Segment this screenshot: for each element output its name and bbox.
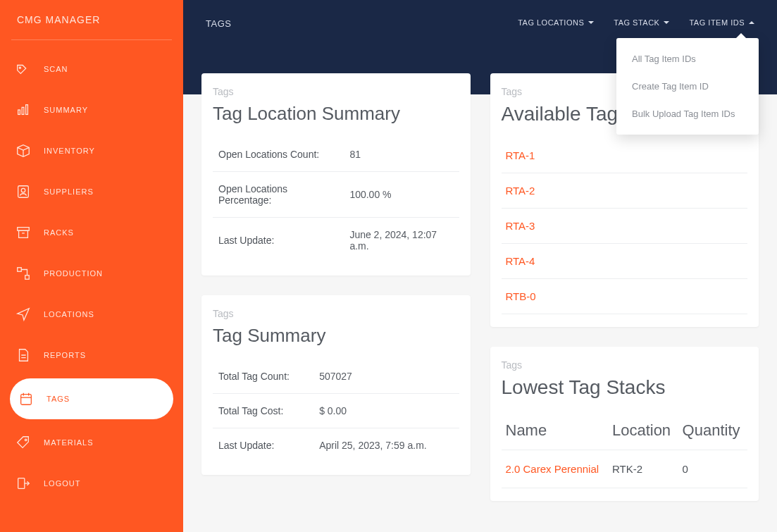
card-eyebrow: Tags bbox=[502, 359, 748, 371]
box-icon bbox=[15, 143, 31, 159]
left-column: Tags Tag Location Summary Open Locations… bbox=[201, 73, 471, 532]
paper-plane-icon bbox=[15, 307, 31, 322]
row-value: $ 0.00 bbox=[313, 394, 459, 428]
table-row: Total Tag Cost: $ 0.00 bbox=[213, 394, 459, 428]
app-title: CMG MANAGER bbox=[0, 14, 183, 39]
sidebar-item-inventory[interactable]: INVENTORY bbox=[0, 130, 183, 171]
col-location: Location bbox=[608, 412, 678, 450]
tag-link[interactable]: RTA-1 bbox=[502, 138, 748, 173]
sidebar-item-label: INVENTORY bbox=[44, 147, 95, 155]
row-value: 100.00 % bbox=[344, 172, 459, 218]
sidebar-item-logout[interactable]: LOGOUT bbox=[0, 463, 183, 504]
menu-label: TAG ITEM IDS bbox=[689, 18, 745, 27]
row-value: June 2, 2024, 12:07 a.m. bbox=[344, 218, 459, 264]
table-row: Open Locations Count: 81 bbox=[213, 137, 459, 172]
sidebar-item-label: LOCATIONS bbox=[44, 310, 94, 318]
card-eyebrow: Tags bbox=[213, 86, 459, 97]
table-row: 2.0 Carex Perennial RTK-2 0 bbox=[502, 450, 748, 488]
content: Tags Tag Location Summary Open Locations… bbox=[183, 73, 777, 532]
caret-down-icon bbox=[664, 21, 669, 24]
sidebar-item-label: TAGS bbox=[46, 395, 70, 403]
row-label: Total Tag Cost: bbox=[213, 394, 313, 428]
tag-summary-table: Total Tag Count: 507027 Total Tag Cost: … bbox=[213, 359, 459, 462]
menu-label: TAG LOCATIONS bbox=[518, 18, 584, 27]
right-column: Tags Available Tag RTA-1 RTA-2 RTA-3 RTA… bbox=[490, 73, 759, 532]
price-tag-icon bbox=[15, 435, 31, 450]
tag-link[interactable]: RTA-3 bbox=[502, 209, 748, 244]
row-label: Last Update: bbox=[213, 428, 313, 463]
header-menus: TAG LOCATIONS TAG STACK TAG ITEM IDS bbox=[518, 18, 754, 27]
available-tag-list: RTA-1 RTA-2 RTA-3 RTA-4 RTB-0 bbox=[502, 138, 748, 314]
sidebar-item-scan[interactable]: SCAN bbox=[0, 49, 183, 89]
row-value: April 25, 2023, 7:59 a.m. bbox=[313, 428, 459, 463]
archive-icon bbox=[15, 225, 31, 240]
sidebar-item-summary[interactable]: SUMMARY bbox=[0, 89, 183, 130]
row-value: 507027 bbox=[313, 359, 459, 394]
table-row: Open Locations Percentage: 100.00 % bbox=[213, 172, 459, 218]
col-quantity: Quantity bbox=[678, 412, 747, 450]
sidebar-item-label: REPORTS bbox=[44, 351, 86, 359]
menu-tag-stack[interactable]: TAG STACK bbox=[614, 18, 669, 27]
table-row: Total Tag Count: 507027 bbox=[213, 359, 459, 394]
id-badge-icon bbox=[15, 184, 31, 199]
document-icon bbox=[15, 347, 31, 363]
card-lowest-tag-stacks: Tags Lowest Tag Stacks Name Location Qua… bbox=[490, 347, 759, 501]
table-header-row: Name Location Quantity bbox=[502, 412, 748, 450]
bar-chart-icon bbox=[15, 102, 31, 118]
stack-quantity: 0 bbox=[678, 450, 747, 488]
lowest-stacks-table: Name Location Quantity 2.0 Carex Perenni… bbox=[502, 412, 748, 488]
dropdown-item-create[interactable]: Create Tag Item ID bbox=[616, 73, 759, 100]
breadcrumb: TAGS bbox=[206, 18, 231, 29]
sidebar-item-materials[interactable]: MATERIALS bbox=[0, 422, 183, 463]
sidebar-divider bbox=[11, 39, 172, 40]
card-title: Tag Location Summary bbox=[213, 103, 459, 125]
sidebar-item-label: SUPPLIERS bbox=[44, 187, 94, 196]
card-title: Tag Summary bbox=[213, 325, 459, 347]
card-tag-location-summary: Tags Tag Location Summary Open Locations… bbox=[201, 73, 471, 276]
sidebar-item-production[interactable]: PRODUCTION bbox=[0, 253, 183, 294]
stack-name-link[interactable]: 2.0 Carex Perennial bbox=[502, 450, 608, 488]
logout-icon bbox=[15, 476, 31, 491]
stack-location: RTK-2 bbox=[608, 450, 678, 488]
menu-label: TAG STACK bbox=[614, 18, 659, 27]
tag-link[interactable]: RTA-2 bbox=[502, 173, 748, 209]
row-value: 81 bbox=[344, 137, 459, 172]
row-label: Last Update: bbox=[213, 218, 344, 264]
col-name: Name bbox=[502, 412, 608, 450]
flow-icon bbox=[15, 266, 31, 281]
tag-item-ids-dropdown: All Tag Item IDs Create Tag Item ID Bulk… bbox=[616, 38, 759, 135]
sidebar-item-label: PRODUCTION bbox=[44, 269, 103, 278]
tag-link[interactable]: RTB-0 bbox=[502, 279, 748, 314]
row-label: Open Locations Count: bbox=[213, 137, 344, 172]
menu-tag-item-ids[interactable]: TAG ITEM IDS bbox=[689, 18, 754, 27]
dropdown-item-bulk[interactable]: Bulk Upload Tag Item IDs bbox=[616, 100, 759, 128]
table-row: Last Update: April 25, 2023, 7:59 a.m. bbox=[213, 428, 459, 463]
tag-scan-icon bbox=[15, 61, 31, 77]
sidebar-item-racks[interactable]: RACKS bbox=[0, 212, 183, 253]
sidebar-item-locations[interactable]: LOCATIONS bbox=[0, 294, 183, 335]
sidebar-item-reports[interactable]: REPORTS bbox=[0, 335, 183, 376]
dropdown-item-all[interactable]: All Tag Item IDs bbox=[616, 45, 759, 73]
sidebar-item-label: MATERIALS bbox=[44, 438, 94, 447]
row-label: Open Locations Percentage: bbox=[213, 172, 344, 218]
card-tag-summary: Tags Tag Summary Total Tag Count: 507027… bbox=[201, 295, 471, 475]
tag-link[interactable]: RTA-4 bbox=[502, 244, 748, 279]
sidebar-item-suppliers[interactable]: SUPPLIERS bbox=[0, 171, 183, 212]
row-label: Total Tag Count: bbox=[213, 359, 313, 394]
menu-tag-locations[interactable]: TAG LOCATIONS bbox=[518, 18, 594, 27]
calendar-tag-icon bbox=[18, 391, 34, 407]
caret-up-icon bbox=[749, 21, 754, 24]
sidebar: CMG MANAGER SCANSUMMARYINVENTORYSUPPLIER… bbox=[0, 0, 183, 532]
table-row: Last Update: June 2, 2024, 12:07 a.m. bbox=[213, 218, 459, 264]
location-summary-table: Open Locations Count: 81 Open Locations … bbox=[213, 137, 459, 263]
sidebar-item-tags[interactable]: TAGS bbox=[10, 378, 173, 419]
sidebar-item-label: RACKS bbox=[44, 228, 74, 237]
card-title: Lowest Tag Stacks bbox=[502, 376, 748, 399]
caret-down-icon bbox=[588, 21, 594, 24]
sidebar-item-label: SUMMARY bbox=[44, 106, 88, 114]
sidebar-item-label: LOGOUT bbox=[44, 479, 80, 488]
sidebar-item-label: SCAN bbox=[44, 65, 68, 73]
main: TAGS TAG LOCATIONS TAG STACK TAG ITEM ID… bbox=[183, 0, 777, 532]
card-eyebrow: Tags bbox=[213, 308, 459, 319]
